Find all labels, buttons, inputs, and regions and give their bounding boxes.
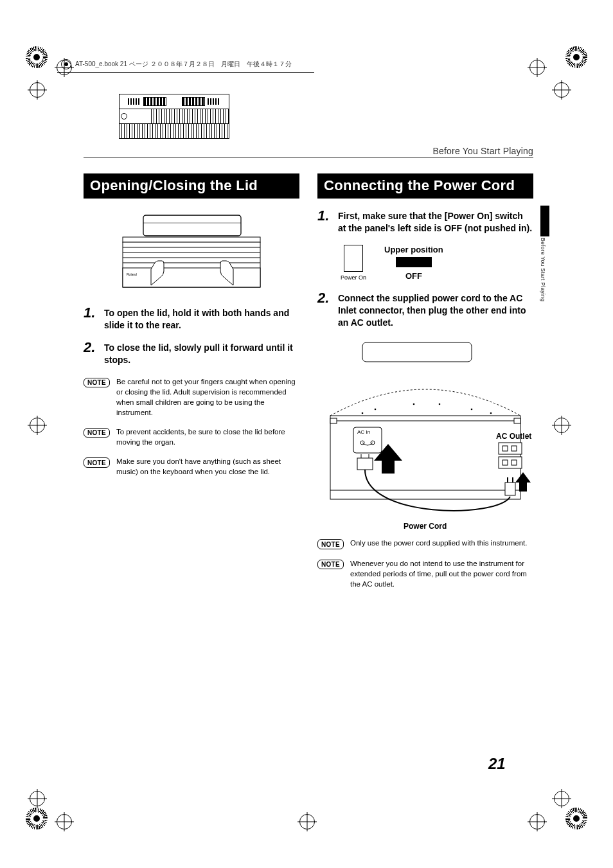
note-row: NOTE Only use the power cord supplied wi… (317, 538, 533, 549)
crosshair-icon (30, 418, 45, 433)
crosshair-icon (30, 82, 45, 98)
switch-outline-icon (344, 245, 363, 272)
note-badge: NOTE (84, 457, 110, 468)
right-column: Connecting the Power Cord First, make su… (317, 173, 533, 598)
svg-point-14 (362, 412, 364, 414)
power-steps-1: First, make sure that the [Power On] swi… (317, 210, 533, 235)
note-text: Be careful not to get your fingers caugh… (116, 376, 299, 418)
crosshair-icon (554, 791, 569, 806)
svg-rect-10 (362, 342, 472, 362)
ac-in-label: AC In (357, 429, 370, 435)
note-badge: NOTE (84, 428, 110, 438)
registration-mark-top-right (565, 46, 587, 68)
svg-point-16 (413, 403, 415, 405)
side-chapter-label: Before You Start Playing (540, 238, 546, 301)
note-badge: NOTE (84, 378, 110, 388)
crosshair-icon (529, 60, 545, 75)
svg-rect-2 (123, 237, 260, 242)
note-row: NOTE To prevent accidents, be sure to cl… (84, 427, 299, 447)
power-cord-label: Power Cord (404, 522, 447, 531)
off-label: OFF (384, 271, 443, 281)
power-on-caption: Power On (341, 274, 366, 281)
lid-illustration: Roland (118, 210, 265, 297)
svg-point-17 (439, 403, 441, 405)
crosshair-icon (529, 814, 545, 829)
page-number: 21 (488, 755, 506, 773)
note-text: To prevent accidents, be sure to close t… (116, 427, 299, 447)
note-text: Whenever you do not intend to use the in… (350, 558, 533, 589)
note-badge: NOTE (317, 560, 344, 570)
note-row: NOTE Whenever you do not intend to use t… (317, 558, 533, 589)
ac-outlet-label: AC Outlet (496, 432, 531, 441)
power-steps-2: Connect the supplied power cord to the A… (317, 292, 533, 329)
note-badge: NOTE (317, 539, 344, 549)
note-text: Only use the power cord supplied with th… (350, 538, 528, 548)
power-connection-illustration: AC In (317, 339, 533, 531)
left-column: Opening/Closing the Lid Roland (84, 173, 299, 598)
note-text: Make sure you don't have anything (such … (116, 456, 299, 477)
svg-rect-25 (357, 458, 373, 470)
manual-page: AT-500_e.book 21 ページ ２００８年７月２８日 月曜日 午後４時… (0, 0, 613, 868)
chapter-tab (540, 206, 549, 236)
crosshair-icon (554, 82, 569, 98)
content-area: Before You Start Playing Before You Star… (84, 90, 533, 598)
bullet-icon (61, 59, 71, 69)
svg-rect-8 (123, 268, 260, 287)
crosshair-icon (30, 791, 45, 806)
section-heading-lid: Opening/Closing the Lid (84, 173, 299, 199)
upper-position-label: Upper position (384, 245, 443, 254)
registration-mark-bottom-left (26, 808, 48, 829)
svg-rect-21 (514, 418, 520, 423)
note-row: NOTE Be careful not to get your fingers … (84, 376, 299, 418)
crosshair-icon (57, 814, 72, 829)
section-heading-power: Connecting the Power Cord (317, 173, 533, 199)
registration-mark-bottom-right (565, 808, 587, 829)
switch-position-indicator (396, 257, 432, 267)
svg-point-15 (375, 409, 377, 411)
svg-point-19 (490, 412, 492, 414)
running-header: Before You Start Playing (432, 146, 533, 156)
svg-rect-33 (499, 443, 522, 454)
svg-rect-29 (505, 483, 515, 495)
crosshair-icon (299, 814, 315, 829)
keyboard-illustration (119, 94, 229, 139)
page-header: Before You Start Playing (84, 90, 533, 158)
step-item: Connect the supplied power cord to the A… (317, 292, 533, 329)
svg-rect-20 (330, 418, 337, 423)
power-switch-diagram: Power On Upper position OFF (341, 245, 533, 281)
step-item: To close the lid, slowly pull it forward… (84, 342, 299, 366)
crosshair-icon (554, 418, 569, 433)
framemaker-text: AT-500_e.book 21 ページ ２００８年７月２８日 月曜日 午後４時… (75, 60, 292, 69)
framemaker-header: AT-500_e.book 21 ページ ２００８年７月２８日 月曜日 午後４時… (61, 59, 292, 69)
svg-point-18 (471, 409, 473, 411)
step-item: To open the lid, hold it with both hands… (84, 307, 299, 332)
note-row: NOTE Make sure you don't have anything (… (84, 456, 299, 477)
lid-steps: To open the lid, hold it with both hands… (84, 307, 299, 366)
svg-rect-36 (499, 457, 522, 468)
svg-text:Roland: Roland (127, 272, 137, 276)
registration-mark-top-left (26, 46, 48, 68)
step-item: First, make sure that the [Power On] swi… (317, 210, 533, 235)
svg-rect-0 (143, 215, 241, 236)
